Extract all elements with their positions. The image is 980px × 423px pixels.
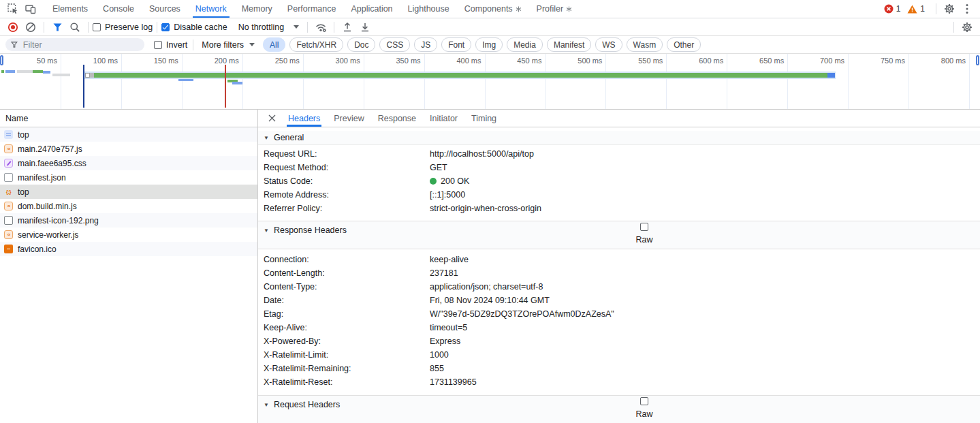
file-type-icon [4, 230, 13, 239]
header-row: Content-Length: 237181 [258, 266, 980, 280]
more-options-button[interactable] [958, 0, 976, 18]
file-type-icon [4, 245, 13, 253]
request-type-pill[interactable]: WS [595, 37, 622, 52]
panel-tab[interactable]: Performance [280, 0, 344, 18]
timeline-tick: 350 ms [363, 57, 421, 65]
response-headers-section-header[interactable]: ▼ Response Headers Raw [258, 221, 980, 249]
preserve-log-checkbox[interactable] [93, 23, 101, 31]
settings-button[interactable] [941, 0, 958, 18]
filter-input[interactable] [22, 40, 139, 50]
request-type-pill[interactable]: Wasm [627, 37, 663, 52]
waterfall-bar [5, 70, 15, 73]
header-row: Date: Fri, 08 Nov 2024 09:10:44 GMT [258, 294, 980, 307]
clear-network-log-button[interactable] [22, 18, 39, 36]
panel-tab[interactable]: Sources [142, 0, 188, 18]
download-icon [360, 22, 370, 33]
panel-tab[interactable]: Application [343, 0, 400, 18]
request-raw-checkbox[interactable] [640, 397, 648, 405]
waterfall-bar [827, 73, 835, 78]
request-row[interactable]: main.2470e757.js [0, 142, 257, 156]
file-type-icon [4, 144, 13, 153]
header-row: Remote Address: [::1]:5000 [258, 188, 980, 202]
detail-tab[interactable]: Response [371, 110, 423, 127]
request-type-pill[interactable]: Img [475, 37, 503, 52]
request-row[interactable]: top [0, 185, 257, 199]
request-row[interactable]: dom.build.min.js [0, 199, 257, 213]
request-type-pill[interactable]: Doc [347, 37, 375, 52]
panel-tab[interactable]: Lighthouse [400, 0, 457, 18]
name-column-header[interactable]: Name [0, 110, 257, 127]
warning-count: 1 [920, 4, 925, 14]
request-row[interactable]: main.faee6a95.css [0, 156, 257, 170]
timeline-tick: 750 ms [847, 57, 905, 65]
filter-toggle-button[interactable] [48, 18, 66, 36]
request-row[interactable]: favicon.ico [0, 242, 257, 256]
network-settings-button[interactable] [958, 18, 976, 36]
detail-tab[interactable]: Headers [281, 110, 327, 127]
error-count: 1 [896, 4, 901, 14]
request-type-pill[interactable]: Fetch/XHR [289, 37, 343, 52]
detail-tab[interactable]: Timing [464, 110, 503, 127]
detail-tab[interactable]: Preview [327, 110, 370, 127]
panel-tab[interactable]: Components [457, 0, 529, 18]
request-name: top [18, 187, 29, 197]
request-row[interactable]: manifest.json [0, 170, 257, 185]
overview-right-handle[interactable] [976, 55, 979, 65]
request-row[interactable]: top [0, 127, 257, 142]
more-filters-button[interactable]: More filters [202, 40, 255, 50]
panel-tab[interactable]: Console [95, 0, 142, 18]
request-type-pill[interactable]: Font [441, 37, 471, 52]
header-value: GET [430, 163, 447, 172]
throttling-select[interactable]: No throttling [234, 21, 303, 33]
panel-tab[interactable]: Memory [234, 0, 280, 18]
header-row: Status Code: 200 OK [258, 174, 980, 188]
disable-cache-checkbox[interactable] [161, 23, 170, 31]
timeline-tick: 400 ms [424, 57, 481, 65]
overview-left-handle[interactable] [0, 55, 3, 65]
device-toolbar-button[interactable] [22, 0, 39, 18]
inspect-cursor-icon [7, 3, 18, 14]
waterfall-bar [52, 74, 70, 76]
header-value: 1000 [430, 350, 449, 360]
request-type-pill[interactable]: JS [414, 37, 437, 52]
inspect-element-button[interactable] [4, 0, 22, 18]
devtools-window: Elements Console Sources Network Memory … [0, 0, 980, 423]
panel-tab[interactable]: Profiler [529, 0, 580, 18]
gear-icon [944, 3, 955, 14]
request-type-pill[interactable]: Media [507, 37, 543, 52]
request-row[interactable]: manifest-icon-192.png [0, 213, 257, 228]
general-section-header[interactable]: ▼ General [258, 131, 980, 145]
search-button[interactable] [66, 18, 84, 36]
file-type-icon [4, 159, 13, 168]
request-type-pill[interactable]: Manifest [547, 37, 591, 52]
error-badge[interactable]: 1 [884, 4, 901, 14]
network-conditions-button[interactable] [312, 18, 330, 36]
request-type-pill[interactable]: Other [667, 37, 701, 52]
panel-tab[interactable]: Network [188, 0, 234, 18]
panel-tab[interactable]: Elements [45, 0, 95, 18]
import-har-button[interactable] [338, 18, 356, 36]
warning-badge[interactable]: 1 [907, 4, 925, 14]
timeline-tick: 50 ms [0, 57, 57, 65]
timeline-event-marker [225, 65, 226, 108]
header-name: Connection: [264, 255, 430, 264]
record-network-log-button[interactable] [4, 18, 22, 36]
collapse-caret-icon: ▼ [264, 402, 269, 408]
response-raw-checkbox[interactable] [640, 223, 648, 231]
response-headers-title: Response Headers [274, 225, 347, 235]
export-har-button[interactable] [356, 18, 374, 36]
network-overview-timeline[interactable]: 50 ms100 ms150 ms200 ms250 ms300 ms350 m… [0, 54, 980, 110]
request-type-pill[interactable]: CSS [379, 37, 410, 52]
close-detail-button[interactable] [262, 110, 281, 127]
invert-label: Invert [166, 40, 187, 50]
detail-tabs: HeadersPreviewResponseInitiatorTiming [258, 110, 980, 127]
request-headers-section-header[interactable]: ▼ Request Headers Raw [258, 395, 980, 423]
invert-checkbox[interactable] [154, 41, 162, 49]
header-value: http://localhost:5000/api/top [430, 149, 534, 159]
header-value: keep-alive [430, 255, 469, 264]
detail-tab[interactable]: Initiator [423, 110, 464, 127]
request-row[interactable]: service-worker.js [0, 228, 257, 242]
header-name: X-Ratelimit-Limit: [264, 350, 430, 360]
collapse-caret-icon: ▼ [264, 135, 269, 141]
request-type-pill[interactable]: All [263, 37, 285, 52]
